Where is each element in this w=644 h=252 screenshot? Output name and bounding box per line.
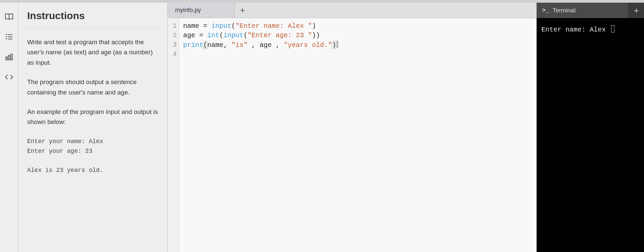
- code-icon[interactable]: [4, 72, 14, 82]
- instructions-header: Instructions: [18, 3, 167, 28]
- plus-icon: +: [240, 5, 245, 15]
- instructions-body: Write and test a program that accepts th…: [18, 28, 167, 185]
- instructions-p1: Write and test a program that accepts th…: [27, 37, 159, 68]
- terminal-panel: >_ Terminal + Enter name: Alex: [537, 3, 644, 252]
- instructions-title: Instructions: [27, 10, 159, 21]
- editor-tabs: myinfo.py +: [168, 3, 536, 18]
- code-area[interactable]: 1234 name = input("Enter name: Alex ")ag…: [168, 18, 536, 252]
- svg-rect-5: [11, 54, 12, 60]
- line-number: 4: [168, 50, 177, 59]
- checklist-icon[interactable]: [4, 32, 14, 42]
- chart-icon[interactable]: [4, 52, 14, 62]
- editor-cursor: [337, 41, 338, 48]
- editor-tab-add[interactable]: +: [235, 3, 250, 18]
- terminal-prompt-icon: >_: [542, 7, 549, 14]
- code-line[interactable]: name = input("Enter name: Alex "): [183, 21, 338, 31]
- window-topbar: [0, 0, 644, 3]
- plus-icon: +: [634, 5, 639, 16]
- editor-tab-active[interactable]: myinfo.py: [168, 3, 235, 18]
- terminal-tabs: >_ Terminal +: [537, 3, 644, 18]
- svg-rect-4: [8, 56, 10, 60]
- editor-panel: myinfo.py + 1234 name = input("Enter nam…: [168, 3, 537, 252]
- line-number: 2: [168, 31, 177, 40]
- code-line[interactable]: print(name, "is" , age , "years old."): [183, 40, 338, 50]
- line-gutter: 1234: [168, 18, 179, 252]
- terminal-tab-label: Terminal: [553, 7, 576, 14]
- terminal-tab[interactable]: >_ Terminal: [537, 3, 629, 18]
- code-content[interactable]: name = input("Enter name: Alex ")age = i…: [179, 18, 342, 252]
- terminal-body[interactable]: Enter name: Alex: [537, 18, 644, 252]
- book-icon[interactable]: [4, 12, 14, 21]
- main-layout: Instructions Write and test a program th…: [0, 3, 644, 252]
- svg-rect-3: [6, 57, 7, 60]
- terminal-line: Enter name: Alex: [541, 26, 610, 34]
- terminal-tab-add[interactable]: +: [629, 3, 644, 18]
- code-line[interactable]: age = int(input("Enter age: 23 ")): [183, 31, 338, 40]
- line-number: 1: [168, 21, 177, 31]
- editor-tab-label: myinfo.py: [175, 7, 201, 14]
- instructions-p3: An example of the program input and outp…: [27, 107, 159, 127]
- instructions-example: Enter your name: Alex Enter your age: 23…: [27, 137, 159, 175]
- terminal-cursor: [611, 25, 614, 33]
- icon-rail: [0, 3, 18, 252]
- instructions-panel: Instructions Write and test a program th…: [18, 3, 168, 252]
- line-number: 3: [168, 40, 177, 50]
- instructions-p2: The program should output a sentence con…: [27, 77, 159, 98]
